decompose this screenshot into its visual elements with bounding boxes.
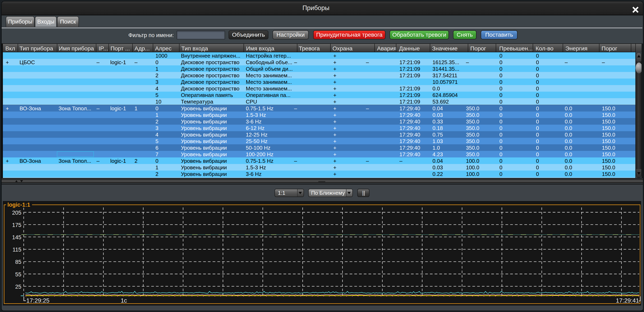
svg-text:1c: 1c bbox=[121, 297, 127, 304]
svg-text:145: 145 bbox=[12, 234, 21, 240]
svg-text:55: 55 bbox=[15, 271, 21, 278]
svg-text:logic-1:1: logic-1:1 bbox=[8, 202, 30, 208]
svg-text:17:29:41: 17:29:41 bbox=[616, 297, 639, 304]
svg-text:175: 175 bbox=[12, 222, 21, 228]
svg-text:25: 25 bbox=[15, 284, 21, 290]
svg-text:17:29:25: 17:29:25 bbox=[26, 297, 50, 304]
svg-text:85: 85 bbox=[15, 259, 21, 265]
svg-text:115: 115 bbox=[12, 247, 21, 253]
svg-text:205: 205 bbox=[12, 210, 21, 216]
